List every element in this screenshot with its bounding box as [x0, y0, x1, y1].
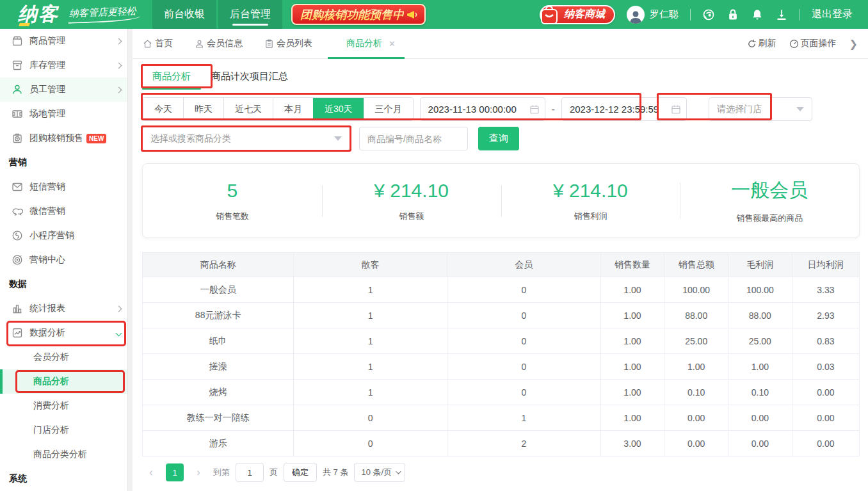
page-tab[interactable]: 会员列表 ✕ — [264, 29, 312, 59]
sidebar-item[interactable]: 小程序营销 — [0, 223, 133, 248]
quick-date-button[interactable]: 三个月 — [364, 98, 413, 120]
products-table: 商品名称散客会员销售数量销售总额毛利润日均利润 一般会员 1 0 1.00 10… — [142, 252, 860, 456]
table-row[interactable]: 游乐 0 2 3.00 0.00 0.00 0.00 — [143, 431, 860, 456]
next-page-button[interactable]: › — [189, 463, 207, 481]
table-row[interactable]: 教练一对一陪练 0 1 1.00 0.00 0.00 0.00 — [143, 405, 860, 431]
sidebar-item[interactable]: 门店分析 — [0, 418, 133, 442]
cell-product-name: 教练一对一陪练 — [143, 405, 294, 431]
stat-value: 5 — [143, 180, 322, 202]
cell-walkin: 1 — [294, 354, 447, 380]
sidebar-item-label: 统计报表 — [29, 303, 65, 314]
sidebar-item[interactable]: 场地管理 — [0, 102, 133, 126]
sidebar-item[interactable]: 商品分析 — [0, 369, 133, 394]
page-number-button[interactable]: 1 — [166, 463, 184, 481]
quick-date-button[interactable]: 昨天 — [183, 98, 223, 120]
page-tab[interactable]: 会员信息 ✕ — [195, 29, 243, 59]
mall-button[interactable]: 纳客商城 — [540, 5, 615, 24]
table-row[interactable]: 88元游泳卡 1 0 1.00 88.00 88.00 2.93 — [143, 303, 860, 328]
date-to-input[interactable] — [561, 97, 687, 121]
date-from-input[interactable] — [420, 97, 545, 121]
stat-item: ¥ 214.10 销售利润 — [501, 180, 680, 222]
date-from-value[interactable] — [428, 104, 524, 115]
cell-total: 100.00 — [664, 277, 728, 303]
sidebar-item[interactable]: 员工管理 — [0, 77, 133, 102]
cell-gross-profit: 0.10 — [728, 380, 792, 405]
cell-daily-profit: 0.00 — [792, 405, 859, 431]
user-menu[interactable]: 罗仁聪 — [627, 6, 679, 24]
bell-icon[interactable] — [751, 8, 764, 21]
sidebar-item[interactable]: 统计报表 — [0, 296, 133, 321]
sidebar-item-label: 短信营销 — [29, 181, 65, 193]
top-nav: 前台收银后台管理 — [150, 0, 282, 29]
promo-banner[interactable]: 团购核销功能预售中 — [291, 4, 426, 25]
goto-confirm-button[interactable]: 确定 — [284, 463, 317, 482]
table-row[interactable]: 搓澡 1 0 1.00 1.00 1.00 0.03 — [143, 354, 860, 380]
analysis-tab[interactable]: 商品分析 — [142, 63, 201, 90]
sidebar-item[interactable]: 数据分析 — [0, 321, 133, 345]
top-nav-button[interactable]: 后台管理 — [218, 0, 282, 29]
search-button[interactable]: 查询 — [478, 127, 519, 150]
quick-date-button[interactable]: 近七天 — [223, 98, 273, 120]
table-row[interactable]: 纸巾 1 0 1.00 25.00 25.00 0.83 — [143, 328, 860, 354]
sidebar-item-label: 消费分析 — [33, 400, 69, 412]
header-right: 纳客商城 罗仁聪 退出登录 — [540, 5, 853, 24]
sidebar-item[interactable]: 团购核销预售 NEW — [0, 126, 133, 150]
sidebar-item[interactable]: 系统 — [0, 467, 133, 491]
page-ops-button[interactable]: 页面操作 — [789, 38, 837, 49]
sidebar-item-label: 营销中心 — [29, 254, 65, 266]
sidebar-item[interactable]: 消费分析 — [0, 394, 133, 418]
prev-page-button[interactable]: ‹ — [142, 463, 160, 481]
refresh-button[interactable]: 刷新 — [747, 38, 776, 49]
customer-service-icon[interactable] — [702, 8, 715, 21]
quick-date-button[interactable]: 近30天 — [313, 98, 364, 120]
date-filter-row: 今天昨天近七天本月近30天三个月 - 请选择门店 — [142, 97, 860, 121]
cell-walkin: 1 — [294, 303, 447, 328]
table-row[interactable]: 一般会员 1 0 1.00 100.00 100.00 3.33 — [143, 277, 860, 303]
cell-member: 0 — [447, 328, 600, 354]
tab-icon — [195, 39, 204, 49]
sidebar-item[interactable]: 商品管理 — [0, 29, 133, 53]
page-size-select[interactable]: 10 条/页 — [354, 463, 405, 482]
quick-date-button[interactable]: 今天 — [143, 98, 183, 120]
sidebar: 商品管理 库存管理 员工管理 — [0, 29, 133, 491]
category-select[interactable]: 选择或搜索商品分类 — [142, 127, 350, 150]
store-select[interactable]: 请选择门店 — [709, 97, 812, 121]
cell-member: 0 — [447, 380, 600, 405]
sidebar-item[interactable]: 营销中心 — [0, 248, 133, 272]
table-row[interactable]: 烧烤 1 0 1.00 0.10 0.10 0.00 — [143, 380, 860, 405]
date-to-value[interactable] — [570, 104, 666, 115]
sidebar-item[interactable]: 数据 — [0, 272, 133, 296]
sidebar-item[interactable]: 短信营销 — [0, 175, 133, 199]
cell-total: 0.10 — [664, 380, 728, 405]
cell-member: 1 — [447, 405, 600, 431]
sidebar-item-label: 微信营销 — [29, 205, 65, 217]
column-header: 销售总额 — [664, 253, 728, 277]
tab-icon — [143, 39, 152, 49]
tab-label: 商品分析 — [346, 38, 382, 49]
logout-button[interactable]: 退出登录 — [812, 8, 853, 21]
sidebar-item[interactable]: 营销 — [0, 150, 133, 175]
sidebar-item[interactable]: 微信营销 — [0, 199, 133, 223]
sidebar-item[interactable]: 库存管理 — [0, 53, 133, 77]
analysis-tab[interactable]: 商品计次项目汇总 — [201, 63, 298, 90]
collapse-arrow-icon[interactable]: ❯ — [849, 38, 858, 50]
sidebar-item[interactable]: 商品分类分析 — [0, 442, 133, 467]
goto-page-input[interactable] — [236, 463, 264, 482]
close-icon[interactable]: ✕ — [389, 39, 396, 49]
stat-label: 销售额最高的商品 — [680, 213, 859, 224]
column-header: 商品名称 — [143, 253, 294, 277]
download-icon[interactable] — [775, 8, 788, 21]
chevron-right-icon — [116, 86, 122, 93]
sidebar-item-icon — [12, 108, 23, 120]
top-nav-button[interactable]: 前台收银 — [152, 0, 216, 29]
divider — [800, 9, 800, 20]
page-tab[interactable]: 商品分析 ✕ — [334, 29, 396, 59]
lock-icon[interactable] — [727, 8, 739, 21]
date-separator: - — [552, 104, 555, 115]
page-tab[interactable]: 首页 ✕ — [143, 29, 173, 59]
sidebar-item[interactable]: 会员分析 — [0, 345, 133, 369]
quick-date-button[interactable]: 本月 — [273, 98, 313, 120]
keyword-input[interactable] — [359, 127, 468, 150]
app-logo: 纳客 — [18, 1, 59, 28]
tab-label: 会员列表 — [277, 38, 312, 49]
